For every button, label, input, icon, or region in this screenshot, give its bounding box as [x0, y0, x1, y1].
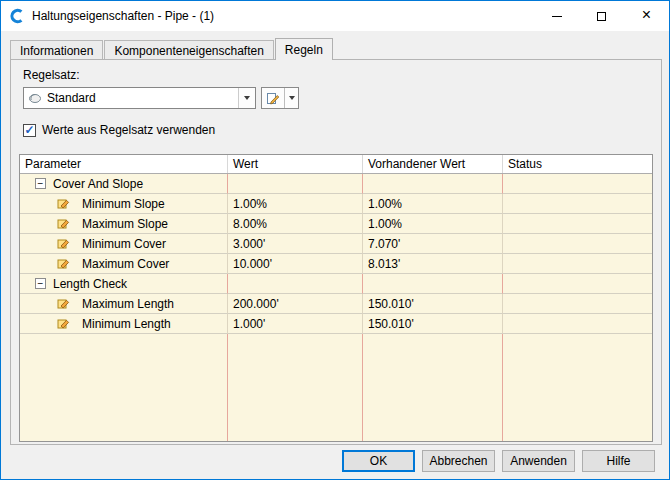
group-row[interactable]: −Length Check	[20, 274, 652, 294]
grid-filler-area	[20, 334, 652, 441]
parameter-cell: Minimum Length	[20, 314, 228, 334]
help-button[interactable]: Hilfe	[582, 450, 655, 472]
vorhandener-wert-cell: 8.013'	[363, 254, 503, 274]
app-icon	[9, 8, 25, 24]
parameter-name: Maximum Slope	[82, 217, 168, 231]
close-button[interactable]: ×	[624, 1, 669, 31]
group-status-cell	[503, 174, 652, 194]
status-cell	[503, 294, 652, 314]
parameter-row[interactable]: Minimum Length1.000'150.010'	[20, 314, 652, 334]
status-cell	[503, 314, 652, 334]
apply-button[interactable]: Anwenden	[502, 450, 575, 472]
tab-komponenteneigenschaften[interactable]: Komponenteneigenschaften	[104, 40, 273, 59]
cancel-button[interactable]: Abbrechen	[422, 450, 495, 472]
rule-icon	[57, 297, 70, 310]
group-row[interactable]: −Cover And Slope	[20, 174, 652, 194]
wert-cell[interactable]: 1.00%	[228, 194, 363, 214]
window-controls: ×	[534, 1, 669, 31]
minimize-button[interactable]	[534, 1, 579, 31]
rule-icon	[57, 317, 70, 330]
close-icon: ×	[642, 7, 651, 23]
title-bar: Haltungseigenschaften - Pipe - (1) ×	[1, 1, 669, 31]
chevron-down-icon	[289, 96, 295, 100]
chevron-down-icon	[244, 96, 250, 100]
ok-button[interactable]: OK	[342, 450, 415, 472]
dialog-button-row: OK Abbrechen Anwenden Hilfe	[342, 450, 655, 472]
filler-cell	[20, 334, 228, 441]
status-cell	[503, 234, 652, 254]
ruleset-icon	[28, 92, 42, 105]
filler-cell	[228, 334, 363, 441]
checkbox-checked-icon: ✓	[23, 124, 36, 137]
group-vorhandener-wert-cell	[363, 174, 503, 194]
edit-rule-icon	[262, 88, 284, 108]
parameter-row[interactable]: Maximum Cover10.000'8.013'	[20, 254, 652, 274]
parameter-name: Maximum Cover	[82, 257, 169, 271]
parameter-table: ParameterWertVorhandener WertStatus −Cov…	[19, 154, 653, 442]
maximize-icon	[597, 12, 606, 21]
dialog-window: Haltungseigenschaften - Pipe - (1) × Inf…	[0, 0, 670, 480]
vorhandener-wert-cell: 7.070'	[363, 234, 503, 254]
maximize-button[interactable]	[579, 1, 624, 31]
parameter-name: Minimum Slope	[82, 197, 165, 211]
grid-body: −Cover And SlopeMinimum Slope1.00%1.00%M…	[20, 174, 652, 441]
group-vorhandener-wert-cell	[363, 274, 503, 294]
parameter-row[interactable]: Maximum Slope8.00%1.00%	[20, 214, 652, 234]
column-header-parameter: Parameter	[20, 155, 228, 173]
window-title: Haltungseigenschaften - Pipe - (1)	[32, 9, 534, 23]
tab-regeln[interactable]: Regeln	[275, 38, 333, 60]
group-parameter-cell: −Cover And Slope	[20, 174, 228, 194]
vorhandener-wert-cell: 1.00%	[363, 214, 503, 234]
status-cell	[503, 254, 652, 274]
combobox-dropdown-button[interactable]	[238, 88, 255, 108]
collapse-icon[interactable]: −	[35, 278, 46, 289]
wert-cell[interactable]: 3.000'	[228, 234, 363, 254]
tab-panel-regeln: Regelsatz: Standard	[10, 59, 662, 445]
collapse-icon[interactable]: −	[35, 178, 46, 189]
column-header-vorhandener-wert: Vorhandener Wert	[363, 155, 503, 173]
rule-icon	[57, 257, 70, 270]
parameter-cell: Minimum Cover	[20, 234, 228, 254]
parameter-name: Maximum Length	[82, 297, 174, 311]
wert-cell[interactable]: 1.000'	[228, 314, 363, 334]
parameter-cell: Maximum Cover	[20, 254, 228, 274]
ruleset-selected-value: Standard	[47, 91, 238, 105]
ruleset-label: Regelsatz:	[23, 68, 80, 82]
minimize-icon	[552, 16, 562, 17]
tab-informationen[interactable]: Informationen	[10, 40, 103, 59]
parameter-row[interactable]: Maximum Length200.000'150.010'	[20, 294, 652, 314]
filler-cell	[503, 334, 652, 441]
parameter-row[interactable]: Minimum Cover3.000'7.070'	[20, 234, 652, 254]
use-ruleset-checkbox[interactable]: ✓ Werte aus Regelsatz verwenden	[23, 123, 215, 137]
rule-icon	[57, 237, 70, 250]
check-icon: ✓	[24, 124, 34, 136]
filler-cell	[363, 334, 503, 441]
wert-cell[interactable]: 10.000'	[228, 254, 363, 274]
checkbox-label: Werte aus Regelsatz verwenden	[42, 123, 215, 137]
vorhandener-wert-cell: 150.010'	[363, 294, 503, 314]
group-name: Length Check	[53, 277, 127, 291]
wert-cell[interactable]: 200.000'	[228, 294, 363, 314]
rule-icon	[57, 197, 70, 210]
wert-cell[interactable]: 8.00%	[228, 214, 363, 234]
group-parameter-cell: −Length Check	[20, 274, 228, 294]
parameter-cell: Minimum Slope	[20, 194, 228, 214]
parameter-row[interactable]: Minimum Slope1.00%1.00%	[20, 194, 652, 214]
edit-ruleset-button[interactable]	[261, 87, 299, 109]
group-wert-cell	[228, 274, 363, 294]
parameter-name: Minimum Cover	[82, 237, 166, 251]
column-header-status: Status	[503, 155, 652, 173]
edit-ruleset-dropdown[interactable]	[284, 88, 298, 108]
group-status-cell	[503, 274, 652, 294]
column-header-wert: Wert	[228, 155, 363, 173]
vorhandener-wert-cell: 150.010'	[363, 314, 503, 334]
group-wert-cell	[228, 174, 363, 194]
vorhandener-wert-cell: 1.00%	[363, 194, 503, 214]
status-cell	[503, 214, 652, 234]
tab-strip: InformationenKomponenteneigenschaftenReg…	[10, 37, 334, 59]
status-cell	[503, 194, 652, 214]
grid-header: ParameterWertVorhandener WertStatus	[20, 155, 652, 174]
parameter-cell: Maximum Slope	[20, 214, 228, 234]
group-name: Cover And Slope	[53, 177, 143, 191]
ruleset-combobox[interactable]: Standard	[23, 87, 256, 109]
